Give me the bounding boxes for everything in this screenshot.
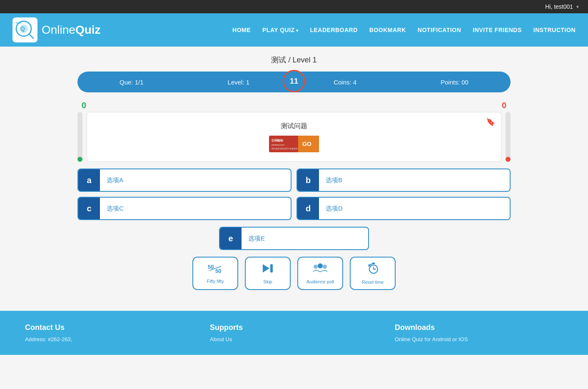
svg-rect-23: [372, 263, 375, 264]
footer-downloads: Downloads Online Quiz for Android or IOS: [395, 323, 563, 342]
score-left: 0: [82, 101, 86, 110]
progress-bar-right: [506, 112, 511, 162]
answer-c-text: 选项C: [100, 205, 130, 213]
que-status: Que: 1/1: [120, 79, 144, 86]
quiz-status-bar: Que: 1/1 Level: 1 11 Coins: 4 Points: 00: [77, 72, 511, 92]
svg-marker-14: [263, 264, 269, 273]
nav-bookmark[interactable]: BOOKMARK: [369, 27, 406, 33]
brand: Q Web OnlineQuiz: [12, 17, 101, 42]
footer-downloads-title: Downloads: [395, 323, 563, 332]
timer-circle: 11: [283, 70, 305, 92]
navbar: Q Web OnlineQuiz HOME PLAY QUIZ LEADERBO…: [0, 13, 588, 47]
nav-leaderboard[interactable]: LEADERBOARD: [310, 27, 357, 33]
footer: Contact Us Address: #262-263, Supports A…: [0, 311, 588, 355]
svg-text:GO: GO: [302, 141, 311, 147]
lifeline-audience-poll[interactable]: Audience poll: [297, 257, 343, 290]
answer-d[interactable]: d 选项D: [296, 197, 511, 220]
answer-e-label: e: [220, 228, 242, 249]
answer-e-row: e 选项E: [77, 227, 511, 250]
answer-b[interactable]: b 选项B: [296, 168, 511, 192]
footer-contact-text: Address: #262-263,: [25, 336, 193, 342]
nav-instruction[interactable]: INSTRUCTION: [533, 27, 576, 33]
footer-supports-title: Supports: [210, 323, 378, 332]
footer-contact: Contact Us Address: #262-263,: [25, 323, 193, 342]
reset-time-icon: [366, 262, 379, 277]
reset-time-label: Reset time: [362, 280, 384, 285]
answer-e[interactable]: e 选项E: [219, 227, 369, 250]
svg-line-3: [29, 34, 33, 38]
answer-a-label: a: [78, 169, 100, 191]
answer-e-text: 选项E: [242, 235, 272, 243]
question-area: 🔖 测试问题 亿码蛆站 yimacms.com 网站服务/源码源码/智媒素材 G…: [77, 112, 511, 162]
svg-rect-15: [270, 264, 273, 273]
lifeline-skip[interactable]: Skip: [245, 257, 291, 290]
lifeline-reset-time[interactable]: Reset time: [350, 257, 396, 290]
top-bar: Hi, test001 ▼: [0, 0, 588, 13]
progress-left-fill: [77, 157, 82, 162]
skip-label: Skip: [263, 279, 272, 284]
score-row: 0 0: [77, 101, 511, 110]
svg-text:Web: Web: [15, 21, 21, 24]
answer-d-label: d: [297, 198, 319, 219]
nav-notification[interactable]: NOTIFICATION: [418, 27, 461, 33]
answer-b-text: 选项B: [319, 176, 349, 184]
answer-a[interactable]: a 选项A: [77, 168, 292, 192]
nav-play-quiz[interactable]: PLAY QUIZ: [262, 27, 298, 33]
footer-downloads-text: Online Quiz for Android or IOS: [395, 336, 563, 342]
brand-logo: Q Web: [12, 17, 37, 42]
footer-supports-text: About Us: [210, 336, 378, 342]
audience-poll-icon: [312, 263, 328, 277]
question-text: 测试问题: [281, 122, 307, 131]
nav-links: HOME PLAY QUIZ LEADERBOARD BOOKMARK NOTI…: [232, 27, 576, 33]
nav-home[interactable]: HOME: [232, 27, 251, 33]
score-right: 0: [502, 101, 506, 110]
bookmark-icon[interactable]: 🔖: [486, 117, 495, 126]
fifty-fifty-icon: 50 50: [208, 263, 223, 276]
answer-b-label: b: [297, 169, 319, 191]
question-image: 亿码蛆站 yimacms.com 网站服务/源码源码/智媒素材 GO: [269, 136, 319, 152]
svg-point-18: [323, 265, 327, 269]
points-status: Points: 00: [441, 79, 468, 86]
answers-grid: a 选项A b 选项B c 选项C d 选项D: [77, 168, 511, 220]
svg-text:Q: Q: [20, 25, 25, 32]
footer-contact-title: Contact Us: [25, 323, 193, 332]
lifeline-fifty-fifty[interactable]: 50 50 Fifty fifty: [192, 257, 238, 290]
lifelines: 50 50 Fifty fifty Skip: [77, 257, 511, 290]
fifty-fifty-label: Fifty fifty: [207, 279, 224, 284]
nav-invite-friends[interactable]: INVITE FRIENDS: [473, 27, 521, 33]
answer-d-text: 选项D: [319, 205, 349, 213]
progress-right-fill: [506, 157, 511, 162]
answer-c[interactable]: c 选项C: [77, 197, 292, 220]
svg-text:网站服务/源码源码/智媒素材: 网站服务/源码源码/智媒素材: [272, 147, 298, 150]
coins-status: Coins: 4: [334, 79, 356, 86]
breadcrumb: 测试 / Level 1: [77, 55, 511, 65]
svg-point-17: [318, 263, 323, 268]
svg-text:50: 50: [215, 268, 221, 274]
question-card: 🔖 测试问题 亿码蛆站 yimacms.com 网站服务/源码源码/智媒素材 G…: [87, 112, 501, 162]
main-content: 测试 / Level 1 Que: 1/1 Level: 1 11 Coins:…: [65, 47, 523, 311]
skip-icon: [261, 263, 274, 277]
progress-bar-left: [77, 112, 82, 162]
brand-name: OnlineQuiz: [42, 23, 101, 37]
answer-c-label: c: [78, 198, 100, 219]
audience-poll-label: Audience poll: [306, 279, 334, 284]
svg-text:亿码蛆站: 亿码蛆站: [271, 139, 284, 142]
svg-point-16: [314, 265, 318, 269]
answer-a-text: 选项A: [100, 176, 130, 184]
footer-supports: Supports About Us: [210, 323, 378, 342]
timer-value: 11: [290, 77, 298, 86]
chevron-down-icon: ▼: [576, 5, 580, 9]
user-greeting[interactable]: Hi, test001 ▼: [545, 3, 580, 10]
level-status: Level: 1: [228, 79, 250, 86]
user-greeting-text: Hi, test001: [545, 3, 573, 10]
svg-text:yimacms.com: yimacms.com: [272, 144, 284, 146]
